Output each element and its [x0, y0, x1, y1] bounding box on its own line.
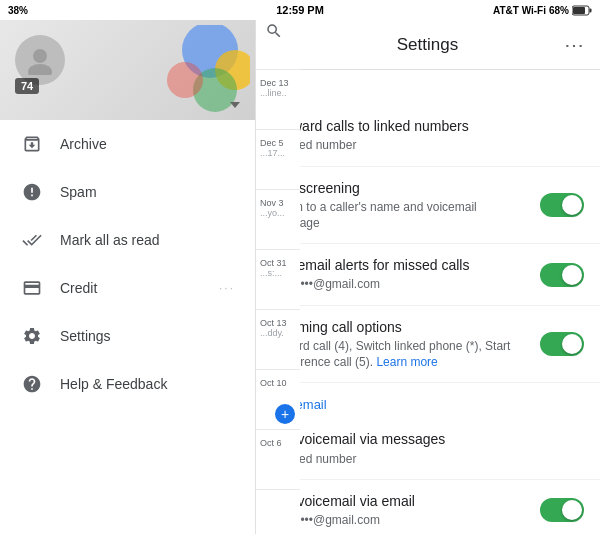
voicemail-email-text: Get voicemail via email ••••••••••@gmail…: [271, 492, 540, 529]
email-date-7: Oct 6: [260, 438, 296, 448]
setting-item-incoming-call-options[interactable]: Incoming call options Record call (4), S…: [255, 306, 600, 383]
menu-item-spam[interactable]: Spam: [0, 168, 255, 216]
voicemail-email-toggle[interactable]: [540, 498, 584, 522]
menu-item-archive[interactable]: Archive: [0, 120, 255, 168]
forward-calls-desc: 1 linked number: [271, 138, 572, 154]
forward-calls-name: Forward calls to linked numbers: [271, 117, 572, 135]
call-screening-toggle[interactable]: [540, 193, 584, 217]
setting-item-voicemail-messages[interactable]: Get voicemail via messages 1 linked numb…: [255, 418, 600, 480]
email-alerts-text: Get email alerts for missed calls ••••••…: [271, 256, 540, 293]
settings-more-button[interactable]: ⋯: [560, 31, 588, 59]
svg-rect-2: [573, 7, 585, 14]
setting-item-call-screening[interactable]: Call screening Listen to a caller's name…: [255, 167, 600, 244]
more-icon: ⋯: [564, 33, 585, 57]
credit-label: Credit: [60, 280, 219, 296]
incoming-call-options-text: Incoming call options Record call (4), S…: [271, 318, 540, 370]
battery-percent: 38%: [8, 5, 28, 16]
status-bar-time: 12:59 PM: [276, 4, 324, 16]
spam-label: Spam: [60, 184, 235, 200]
drawer-menu: Archive Spam Mark all as read: [0, 120, 255, 534]
menu-item-credit[interactable]: Credit ···: [0, 264, 255, 312]
voicemail-messages-text: Get voicemail via messages 1 linked numb…: [271, 430, 584, 467]
incoming-call-toggle[interactable]: [540, 332, 584, 356]
menu-item-settings[interactable]: Settings: [0, 312, 255, 360]
settings-menu-label: Settings: [60, 328, 235, 344]
carrier-label: AT&T Wi-Fi: [493, 5, 546, 16]
email-date-2: Dec 5: [260, 138, 296, 148]
archive-label: Archive: [60, 136, 235, 152]
left-search-icon[interactable]: [265, 22, 283, 40]
setting-item-voicemail-email[interactable]: Get voicemail via email ••••••••••@gmail…: [255, 480, 600, 534]
svg-rect-1: [590, 8, 592, 12]
email-date-1: Dec 13: [260, 78, 296, 88]
call-screening-text: Call screening Listen to a caller's name…: [271, 179, 540, 231]
avatar-badge: 74: [15, 78, 39, 94]
email-preview-strip: Dec 13 ...line.. Dec 5 ...17... Nov 3 ..…: [255, 20, 300, 534]
help-label: Help & Feedback: [60, 376, 235, 392]
credit-icon: [20, 276, 44, 300]
avatar-icon: [25, 45, 55, 75]
battery-icon: [572, 5, 592, 16]
svg-point-7: [33, 49, 47, 63]
learn-more-link[interactable]: Learn more: [376, 355, 437, 369]
svg-point-8: [28, 64, 52, 75]
calls-section-label: Calls: [255, 70, 600, 105]
email-date-6: Oct 10: [260, 378, 296, 388]
mark-all-read-label: Mark all as read: [60, 232, 235, 248]
forward-calls-text: Forward calls to linked numbers 1 linked…: [271, 117, 584, 154]
status-bar-left: 38%: [8, 5, 28, 16]
incoming-call-options-name: Incoming call options: [271, 318, 528, 336]
settings-title: Settings: [295, 35, 560, 55]
avatar-area: 74: [0, 20, 255, 120]
archive-icon: [20, 132, 44, 156]
toggle-knob: [562, 195, 582, 215]
toggle-knob: [562, 334, 582, 354]
left-panel: 74 Archive Spam: [0, 20, 255, 534]
voicemail-section-label: Voicemail: [255, 383, 600, 418]
email-alerts-name: Get email alerts for missed calls: [271, 256, 528, 274]
settings-panel: × Settings ⋯ Calls Forward calls to link…: [255, 20, 600, 534]
help-icon: [20, 372, 44, 396]
voicemail-messages-desc: 1 linked number: [271, 452, 572, 468]
compose-button[interactable]: +: [275, 404, 295, 424]
settings-icon: [20, 324, 44, 348]
email-date-5: Oct 13: [260, 318, 296, 328]
battery-label: 68%: [549, 5, 569, 16]
call-screening-desc: Listen to a caller's name and voicemail …: [271, 200, 528, 231]
menu-item-help[interactable]: Help & Feedback: [0, 360, 255, 408]
dropdown-arrow-icon[interactable]: [230, 102, 240, 108]
email-date-3: Nov 3: [260, 198, 296, 208]
voicemail-email-desc: ••••••••••@gmail.com: [271, 513, 528, 529]
setting-item-email-alerts[interactable]: Get email alerts for missed calls ••••••…: [255, 244, 600, 306]
call-screening-name: Call screening: [271, 179, 528, 197]
svg-point-6: [167, 62, 203, 98]
voicemail-messages-name: Get voicemail via messages: [271, 430, 572, 448]
settings-header: × Settings ⋯: [255, 20, 600, 70]
setting-item-forward-calls[interactable]: Forward calls to linked numbers 1 linked…: [255, 105, 600, 167]
credit-badge: ···: [219, 281, 235, 295]
incoming-call-options-desc: Record call (4), Switch linked phone (*)…: [271, 339, 528, 370]
status-bar-right: AT&T Wi-Fi 68%: [493, 5, 592, 16]
email-date-4: Oct 31: [260, 258, 296, 268]
voicemail-email-name: Get voicemail via email: [271, 492, 528, 510]
main-container: 74 Archive Spam: [0, 20, 600, 534]
menu-item-mark-all-read[interactable]: Mark all as read: [0, 216, 255, 264]
toggle-knob: [562, 265, 582, 285]
settings-content: Calls Forward calls to linked numbers 1 …: [255, 70, 600, 534]
spam-icon: [20, 180, 44, 204]
left-search-area: [265, 22, 283, 44]
status-bar: 38% 12:59 PM AT&T Wi-Fi 68%: [0, 0, 600, 20]
email-alerts-desc: ••••••••••@gmail.com: [271, 277, 528, 293]
mark-read-icon: [20, 228, 44, 252]
toggle-knob: [562, 500, 582, 520]
email-alerts-toggle[interactable]: [540, 263, 584, 287]
